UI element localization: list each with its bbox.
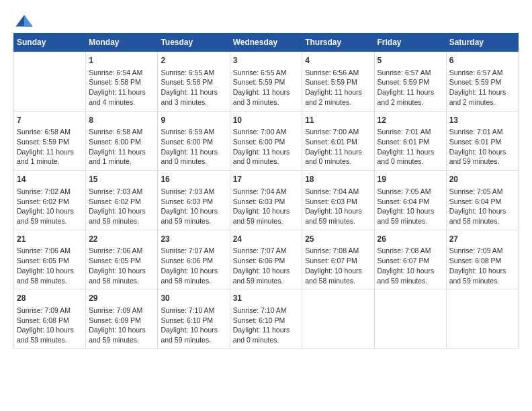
day-number: 28: [17, 293, 83, 304]
calendar-cell: 8Sunrise: 6:58 AM Sunset: 6:00 PM Daylig…: [86, 111, 158, 171]
calendar-cell: 16Sunrise: 7:03 AM Sunset: 6:03 PM Dayli…: [158, 171, 230, 230]
day-info: Sunrise: 6:57 AM Sunset: 5:59 PM Dayligh…: [378, 68, 443, 107]
calendar-header-monday: Monday: [86, 34, 158, 52]
calendar-cell: 13Sunrise: 7:01 AM Sunset: 6:01 PM Dayli…: [446, 111, 518, 171]
day-info: Sunrise: 7:09 AM Sunset: 6:08 PM Dayligh…: [17, 306, 83, 345]
day-info: Sunrise: 7:05 AM Sunset: 6:04 PM Dayligh…: [449, 187, 515, 226]
calendar-cell: 1Sunrise: 6:54 AM Sunset: 5:58 PM Daylig…: [86, 52, 158, 111]
calendar-header-friday: Friday: [374, 34, 446, 52]
day-number: 14: [17, 174, 83, 185]
calendar-cell: [302, 289, 374, 349]
day-number: 18: [305, 174, 371, 185]
day-info: Sunrise: 6:59 AM Sunset: 6:00 PM Dayligh…: [161, 127, 226, 167]
calendar-cell: 19Sunrise: 7:05 AM Sunset: 6:04 PM Dayli…: [374, 171, 446, 230]
day-info: Sunrise: 6:58 AM Sunset: 5:59 PM Dayligh…: [17, 127, 83, 167]
day-info: Sunrise: 7:03 AM Sunset: 6:02 PM Dayligh…: [89, 187, 154, 226]
day-info: Sunrise: 7:03 AM Sunset: 6:03 PM Dayligh…: [161, 187, 226, 226]
day-info: Sunrise: 7:04 AM Sunset: 6:03 PM Dayligh…: [305, 187, 371, 226]
day-number: 2: [161, 55, 226, 66]
calendar-header-row: SundayMondayTuesdayWednesdayThursdayFrid…: [14, 34, 519, 52]
day-number: 10: [233, 115, 300, 126]
day-info: Sunrise: 7:09 AM Sunset: 6:09 PM Dayligh…: [89, 306, 154, 345]
day-number: 17: [233, 174, 300, 185]
day-info: Sunrise: 7:10 AM Sunset: 6:10 PM Dayligh…: [161, 306, 226, 345]
calendar-cell: 2Sunrise: 6:55 AM Sunset: 5:58 PM Daylig…: [158, 52, 230, 111]
calendar-cell: 11Sunrise: 7:00 AM Sunset: 6:01 PM Dayli…: [302, 111, 374, 171]
logo-icon: [15, 14, 34, 28]
calendar-cell: 14Sunrise: 7:02 AM Sunset: 6:02 PM Dayli…: [14, 171, 86, 230]
calendar-cell: [14, 52, 86, 111]
calendar-cell: [374, 289, 446, 349]
day-number: 9: [161, 115, 226, 126]
day-number: 23: [161, 234, 226, 245]
day-info: Sunrise: 7:00 AM Sunset: 6:01 PM Dayligh…: [305, 127, 371, 167]
day-number: 16: [161, 174, 226, 185]
calendar-cell: 23Sunrise: 7:07 AM Sunset: 6:06 PM Dayli…: [158, 230, 230, 289]
day-info: Sunrise: 7:08 AM Sunset: 6:07 PM Dayligh…: [305, 246, 371, 285]
calendar-cell: 27Sunrise: 7:09 AM Sunset: 6:08 PM Dayli…: [446, 230, 518, 289]
day-info: Sunrise: 7:02 AM Sunset: 6:02 PM Dayligh…: [17, 187, 83, 226]
svg-marker-1: [24, 15, 33, 26]
calendar-header-thursday: Thursday: [302, 34, 374, 52]
calendar-header-saturday: Saturday: [446, 34, 518, 52]
day-number: 31: [233, 293, 300, 304]
calendar-header-wednesday: Wednesday: [230, 34, 302, 52]
day-number: 22: [89, 234, 154, 245]
day-info: Sunrise: 7:07 AM Sunset: 6:06 PM Dayligh…: [161, 246, 226, 285]
day-info: Sunrise: 6:54 AM Sunset: 5:58 PM Dayligh…: [89, 68, 154, 107]
calendar-cell: 7Sunrise: 6:58 AM Sunset: 5:59 PM Daylig…: [14, 111, 86, 171]
calendar-cell: [446, 289, 518, 349]
day-number: 8: [89, 115, 154, 126]
page-header: [13, 13, 519, 28]
day-info: Sunrise: 7:07 AM Sunset: 6:06 PM Dayligh…: [233, 246, 300, 285]
day-number: 11: [305, 115, 371, 126]
day-info: Sunrise: 7:10 AM Sunset: 6:10 PM Dayligh…: [233, 306, 300, 345]
day-number: 1: [89, 55, 154, 66]
calendar-cell: 22Sunrise: 7:06 AM Sunset: 6:05 PM Dayli…: [86, 230, 158, 289]
day-number: 20: [449, 174, 515, 185]
day-number: 27: [449, 234, 515, 245]
week-row-3: 14Sunrise: 7:02 AM Sunset: 6:02 PM Dayli…: [14, 171, 519, 230]
calendar-header-sunday: Sunday: [14, 34, 86, 52]
day-number: 25: [305, 234, 371, 245]
calendar-table: SundayMondayTuesdayWednesdayThursdayFrid…: [13, 33, 519, 349]
week-row-5: 28Sunrise: 7:09 AM Sunset: 6:08 PM Dayli…: [14, 289, 519, 349]
calendar-cell: 5Sunrise: 6:57 AM Sunset: 5:59 PM Daylig…: [374, 52, 446, 111]
day-number: 29: [89, 293, 154, 304]
day-number: 3: [233, 55, 300, 66]
day-number: 21: [17, 234, 83, 245]
calendar-header-tuesday: Tuesday: [158, 34, 230, 52]
calendar-cell: 4Sunrise: 6:56 AM Sunset: 5:59 PM Daylig…: [302, 52, 374, 111]
day-number: 12: [378, 115, 443, 126]
day-info: Sunrise: 7:00 AM Sunset: 6:00 PM Dayligh…: [233, 127, 300, 167]
calendar-cell: 30Sunrise: 7:10 AM Sunset: 6:10 PM Dayli…: [158, 289, 230, 349]
calendar-cell: 6Sunrise: 6:57 AM Sunset: 5:59 PM Daylig…: [446, 52, 518, 111]
calendar-cell: 12Sunrise: 7:01 AM Sunset: 6:01 PM Dayli…: [374, 111, 446, 171]
day-number: 6: [449, 55, 515, 66]
calendar-cell: 24Sunrise: 7:07 AM Sunset: 6:06 PM Dayli…: [230, 230, 302, 289]
calendar-cell: 28Sunrise: 7:09 AM Sunset: 6:08 PM Dayli…: [14, 289, 86, 349]
day-info: Sunrise: 7:09 AM Sunset: 6:08 PM Dayligh…: [449, 246, 515, 285]
calendar-cell: 25Sunrise: 7:08 AM Sunset: 6:07 PM Dayli…: [302, 230, 374, 289]
week-row-2: 7Sunrise: 6:58 AM Sunset: 5:59 PM Daylig…: [14, 111, 519, 171]
day-info: Sunrise: 7:06 AM Sunset: 6:05 PM Dayligh…: [89, 246, 154, 285]
day-number: 4: [305, 55, 371, 66]
day-info: Sunrise: 6:56 AM Sunset: 5:59 PM Dayligh…: [305, 68, 371, 107]
day-number: 30: [161, 293, 226, 304]
day-info: Sunrise: 6:58 AM Sunset: 6:00 PM Dayligh…: [89, 127, 154, 167]
calendar-cell: 9Sunrise: 6:59 AM Sunset: 6:00 PM Daylig…: [158, 111, 230, 171]
calendar-cell: 3Sunrise: 6:55 AM Sunset: 5:59 PM Daylig…: [230, 52, 302, 111]
day-number: 13: [449, 115, 515, 126]
calendar-cell: 20Sunrise: 7:05 AM Sunset: 6:04 PM Dayli…: [446, 171, 518, 230]
day-info: Sunrise: 6:55 AM Sunset: 5:58 PM Dayligh…: [161, 68, 226, 107]
calendar-cell: 15Sunrise: 7:03 AM Sunset: 6:02 PM Dayli…: [86, 171, 158, 230]
day-info: Sunrise: 7:08 AM Sunset: 6:07 PM Dayligh…: [378, 246, 443, 285]
day-number: 24: [233, 234, 300, 245]
day-number: 5: [378, 55, 443, 66]
week-row-1: 1Sunrise: 6:54 AM Sunset: 5:58 PM Daylig…: [14, 52, 519, 111]
calendar-cell: 17Sunrise: 7:04 AM Sunset: 6:03 PM Dayli…: [230, 171, 302, 230]
day-number: 19: [378, 174, 443, 185]
day-number: 7: [17, 115, 83, 126]
day-info: Sunrise: 7:01 AM Sunset: 6:01 PM Dayligh…: [378, 127, 443, 167]
calendar-cell: 31Sunrise: 7:10 AM Sunset: 6:10 PM Dayli…: [230, 289, 302, 349]
